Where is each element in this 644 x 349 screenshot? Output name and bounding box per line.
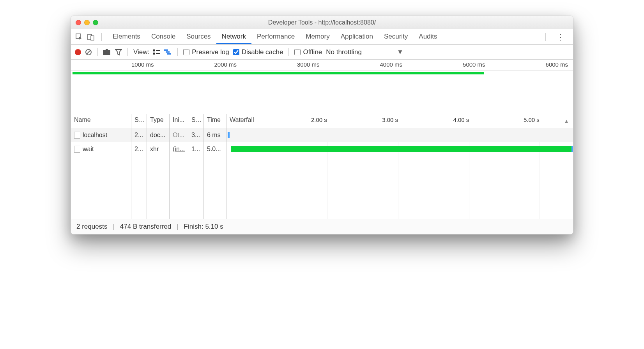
separator xyxy=(177,48,178,56)
waterfall-bar xyxy=(228,132,230,138)
preserve-log-checkbox[interactable]: Preserve log xyxy=(183,48,229,56)
preserve-log-input[interactable] xyxy=(183,49,189,55)
col-type: Type doc...xhr xyxy=(147,114,170,219)
tab-elements[interactable]: Elements xyxy=(107,30,146,44)
clear-button[interactable] xyxy=(85,49,92,56)
status-requests: 2 requests xyxy=(76,223,107,231)
view-waterfall-icon[interactable] xyxy=(164,49,172,55)
col-waterfall: Waterfall 2.00 s3.00 s4.00 s5.00 s ▲ xyxy=(226,114,573,219)
cell-initiator[interactable]: (in... xyxy=(170,142,188,156)
offline-checkbox[interactable]: Offline xyxy=(294,48,322,56)
svg-rect-10 xyxy=(164,49,168,51)
timeline-tick: 2000 ms xyxy=(214,61,237,68)
header-initiator[interactable]: Ini... xyxy=(170,114,188,128)
col-size: S... 3...1... xyxy=(188,114,204,219)
more-options-icon[interactable]: ⋮ xyxy=(551,32,570,42)
devtools-window: Developer Tools - http://localhost:8080/… xyxy=(71,16,573,234)
separator: | xyxy=(177,223,178,231)
cell-status[interactable]: 2... xyxy=(131,142,147,156)
window-titlebar[interactable]: Developer Tools - http://localhost:8080/ xyxy=(71,16,573,29)
svg-rect-7 xyxy=(156,50,160,51)
header-waterfall[interactable]: Waterfall 2.00 s3.00 s4.00 s5.00 s ▲ xyxy=(226,114,573,128)
request-name: wait xyxy=(83,146,94,153)
header-status[interactable]: S... xyxy=(131,114,147,128)
waterfall-row[interactable] xyxy=(226,128,573,142)
col-status: S... 2...2... xyxy=(131,114,147,219)
request-name: localhost xyxy=(83,132,107,139)
status-bar: 2 requests | 474 B transferred | Finish:… xyxy=(71,219,573,234)
cell-size[interactable]: 1... xyxy=(188,142,203,156)
svg-rect-8 xyxy=(153,53,155,55)
waterfall-row[interactable] xyxy=(226,142,573,156)
tab-audits[interactable]: Audits xyxy=(413,30,442,44)
cell-time[interactable]: 5.0... xyxy=(204,142,226,156)
capture-screenshots-icon[interactable] xyxy=(103,49,111,55)
tab-security[interactable]: Security xyxy=(379,30,413,44)
offline-label: Offline xyxy=(303,48,322,56)
separator xyxy=(97,48,98,56)
svg-line-4 xyxy=(87,50,90,54)
waterfall-tick: 4.00 s xyxy=(453,116,469,123)
cell-time[interactable]: 6 ms xyxy=(204,128,226,142)
timeline-tick: 1000 ms xyxy=(131,61,154,68)
dropdown-icon: ▼ xyxy=(397,48,403,56)
header-time[interactable]: Time xyxy=(204,114,226,128)
header-size[interactable]: S... xyxy=(188,114,203,128)
panel-tabs: ElementsConsoleSourcesNetworkPerformance… xyxy=(71,29,573,45)
separator xyxy=(101,33,102,41)
svg-rect-12 xyxy=(167,53,171,55)
col-initiator: Ini... Ot...(in... xyxy=(170,114,188,219)
cell-name[interactable]: wait xyxy=(71,142,131,156)
requests-table: Name localhostwait S... 2...2... Type do… xyxy=(71,114,573,219)
disable-cache-input[interactable] xyxy=(233,49,239,55)
record-button[interactable] xyxy=(75,49,81,55)
tab-memory[interactable]: Memory xyxy=(300,30,335,44)
header-name[interactable]: Name xyxy=(71,114,131,128)
device-toolbar-icon[interactable] xyxy=(86,32,96,42)
status-finish: Finish: 5.10 s xyxy=(184,223,223,231)
header-waterfall-label: Waterfall xyxy=(230,116,254,123)
window-title: Developer Tools - http://localhost:8080/ xyxy=(71,19,573,26)
col-time: Time 6 ms5.0... xyxy=(204,114,226,219)
tab-console[interactable]: Console xyxy=(146,30,181,44)
sort-indicator-icon: ▲ xyxy=(564,118,569,124)
waterfall-bar-tail xyxy=(571,146,573,152)
network-toolbar: View: Preserve log Disable cache Offline… xyxy=(71,45,573,60)
view-large-icon[interactable] xyxy=(153,49,160,55)
cell-initiator[interactable]: Ot... xyxy=(170,128,188,142)
timeline-tick: 5000 ms xyxy=(463,61,485,68)
inspect-element-icon[interactable] xyxy=(74,32,84,42)
cell-type[interactable]: xhr xyxy=(147,142,169,156)
timeline-activity-bar xyxy=(73,72,484,74)
file-icon xyxy=(74,146,80,153)
separator: | xyxy=(113,223,114,231)
timeline-tick: 3000 ms xyxy=(297,61,320,68)
filter-icon[interactable] xyxy=(115,49,122,56)
timeline-tick: 6000 ms xyxy=(546,61,568,68)
header-type[interactable]: Type xyxy=(147,114,169,128)
svg-rect-5 xyxy=(103,50,110,55)
preserve-log-label: Preserve log xyxy=(192,48,229,56)
waterfall-tick: 2.00 s xyxy=(311,116,327,123)
disable-cache-checkbox[interactable]: Disable cache xyxy=(233,48,283,56)
svg-rect-6 xyxy=(153,49,155,51)
timeline-tick: 4000 ms xyxy=(380,61,403,68)
tab-performance[interactable]: Performance xyxy=(251,30,300,44)
tab-application[interactable]: Application xyxy=(335,30,379,44)
cell-type[interactable]: doc... xyxy=(147,128,169,142)
waterfall-tick: 3.00 s xyxy=(382,116,398,123)
separator xyxy=(545,33,546,41)
separator xyxy=(127,48,128,56)
status-transferred: 474 B transferred xyxy=(120,223,171,231)
tab-network[interactable]: Network xyxy=(216,30,251,44)
offline-input[interactable] xyxy=(294,49,301,55)
overview-timeline[interactable]: 1000 ms2000 ms3000 ms4000 ms5000 ms6000 … xyxy=(71,60,573,114)
tab-sources[interactable]: Sources xyxy=(181,30,216,44)
cell-size[interactable]: 3... xyxy=(188,128,203,142)
cell-status[interactable]: 2... xyxy=(131,128,147,142)
svg-rect-9 xyxy=(156,53,160,54)
svg-rect-11 xyxy=(166,51,170,53)
timeline-ruler: 1000 ms2000 ms3000 ms4000 ms5000 ms6000 … xyxy=(71,60,573,71)
cell-name[interactable]: localhost xyxy=(71,128,131,142)
throttling-select[interactable]: No throttling ▼ xyxy=(326,48,403,56)
